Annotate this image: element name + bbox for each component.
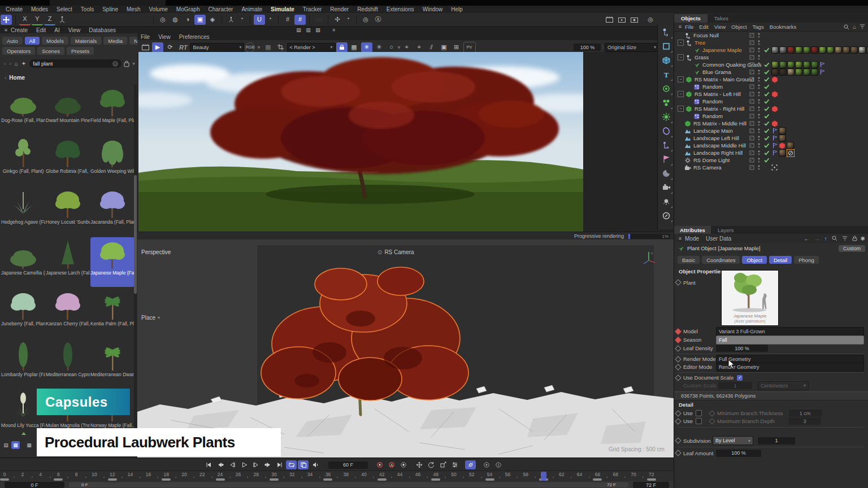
keyframe-marker[interactable] — [108, 478, 117, 481]
rv-menu-view[interactable]: View — [158, 34, 171, 40]
annotation-flag-tag[interactable] — [772, 150, 778, 156]
lock-y-axis-button[interactable]: Y — [32, 14, 43, 25]
leaf-amount-field[interactable]: 100 % — [716, 450, 761, 457]
snap-magnet-icon[interactable]: U — [254, 15, 265, 25]
layer-box-icon[interactable] — [749, 91, 754, 97]
object-row[interactable]: −RS Matrix - Left Hill — [674, 90, 868, 98]
next-keyframe-button[interactable] — [262, 460, 273, 469]
leaf-density-field[interactable]: 100 % — [716, 345, 768, 352]
snapshot-icon[interactable]: ▣ — [439, 42, 450, 53]
asset-item[interactable]: Hedgehog Agave (Fall... — [1, 186, 45, 236]
model-keyed-diamond[interactable] — [675, 328, 681, 334]
editor-mode-diamond[interactable] — [675, 364, 681, 370]
perspective-viewport[interactable]: Perspective ⊙RS Camera Place▾ x Grid Spa… — [137, 239, 674, 457]
layer-box-icon[interactable] — [749, 77, 754, 82]
object-name[interactable]: Landscape Left Hill — [693, 135, 739, 141]
menu-extensions[interactable]: Extensions — [387, 6, 414, 12]
object-row[interactable]: Random — [674, 98, 868, 105]
om-menu-bookmarks[interactable]: Bookmarks — [770, 24, 797, 30]
next-frame-button[interactable] — [250, 460, 261, 469]
material-tag[interactable] — [779, 134, 786, 142]
visibility-dots[interactable] — [757, 91, 761, 97]
playhead[interactable] — [541, 472, 546, 481]
menu-mograph[interactable]: MoGraph — [176, 6, 200, 12]
mirror-icon[interactable]: ◌◌ — [313, 15, 324, 25]
annotation-flag-tag[interactable] — [820, 69, 825, 75]
render-zoom-field[interactable]: 100 % — [574, 43, 601, 51]
menu-volume[interactable]: Volume — [149, 6, 167, 12]
redshift-tag[interactable] — [771, 91, 778, 98]
workplane-icon[interactable]: # — [282, 15, 293, 25]
camera-target-icon[interactable] — [771, 164, 778, 171]
attr-tab-object[interactable]: Object — [742, 256, 766, 264]
object-row[interactable]: Landscape Middle Hill — [674, 142, 868, 149]
preview-range-button[interactable] — [298, 460, 309, 469]
menu-simulate[interactable]: Simulate — [271, 6, 294, 12]
object-row[interactable]: −Grass — [674, 54, 868, 61]
keyframe-marker[interactable] — [647, 478, 656, 481]
menu-window[interactable]: Window — [423, 6, 443, 12]
menu-modes[interactable]: Modes — [31, 6, 48, 12]
render-in-viewport-icon[interactable] — [616, 15, 627, 25]
enabled-check-icon[interactable] — [763, 150, 770, 156]
asset-item[interactable]: Jacaranda (Fall, Plant) — [90, 186, 134, 236]
asset-bag-icon[interactable] — [123, 60, 130, 67]
asset-item[interactable]: Kentia Palm (Fall, Plant) — [90, 288, 134, 338]
region-circle-icon[interactable]: ○ — [386, 42, 397, 53]
attr-gear-icon[interactable]: ✱ — [861, 236, 865, 242]
filter-tab-media[interactable]: Media — [103, 37, 127, 45]
rgb-channel-icon[interactable]: RGB — [245, 42, 255, 53]
render-history-icon[interactable] — [140, 42, 151, 53]
material-tag[interactable] — [787, 68, 795, 76]
use-doc-scale-diamond[interactable] — [675, 374, 681, 381]
db-view-1-icon[interactable]: ▤ — [294, 26, 303, 34]
enabled-check-icon[interactable] — [763, 47, 770, 53]
enabled-check-icon[interactable] — [763, 106, 770, 112]
visibility-dots[interactable] — [757, 128, 761, 134]
visibility-dots[interactable] — [757, 106, 761, 112]
menu-redshift[interactable]: Redshift — [357, 6, 378, 12]
om-search-icon[interactable] — [844, 24, 849, 30]
edges-mode-icon[interactable]: ◑ — [182, 15, 193, 25]
render-view-icon[interactable] — [604, 15, 615, 25]
layer-box-icon[interactable] — [749, 99, 754, 104]
lock-x-axis-button[interactable]: X — [19, 14, 31, 25]
interactive-render-region-icon[interactable]: ◎ — [645, 15, 656, 25]
light-icon[interactable] — [659, 195, 673, 208]
max-branch-use-checkbox[interactable] — [696, 418, 702, 424]
model-dropdown[interactable]: Variant 3 Full-Grown — [716, 327, 864, 336]
object-row[interactable]: Random — [674, 112, 868, 120]
breadcrumb-collapse-icon[interactable]: ‹ — [5, 75, 6, 81]
attr-tab-detail[interactable]: Detail — [769, 256, 792, 264]
asset-item[interactable]: Kanzan Cherry (Fall, Pl... — [46, 288, 90, 338]
render-pass-dropdown[interactable]: Beauty▾ — [190, 43, 244, 52]
rv-menu-preferences[interactable]: Preferences — [179, 34, 210, 40]
menu-mesh[interactable]: Mesh — [127, 6, 140, 12]
previous-keyframe-button[interactable] — [215, 460, 225, 469]
visibility-dots[interactable] — [757, 113, 761, 119]
attr-tab-coordinates[interactable]: Coordinates — [702, 256, 740, 264]
keyframe-selection-button[interactable] — [398, 460, 409, 469]
record-keyframe-button[interactable] — [374, 460, 385, 469]
layer-box-icon[interactable] — [749, 150, 754, 155]
asset-item[interactable]: Juneberry (Fall, Plant) — [1, 288, 45, 338]
db-list-icon[interactable]: ≡ — [329, 26, 338, 34]
redshift-tag[interactable] — [771, 120, 778, 127]
om-menu-tags[interactable]: Tags — [753, 24, 764, 30]
layer-box-icon[interactable] — [749, 40, 754, 45]
focus-a-icon[interactable]: ⌖ — [401, 42, 413, 53]
layer-box-icon[interactable] — [749, 55, 754, 60]
lock-z-axis-button[interactable]: Z — [44, 14, 55, 25]
enabled-check-icon[interactable] — [763, 62, 770, 68]
asset-item[interactable]: Ginkgo (Fall, Plant) — [1, 136, 45, 185]
annotation-flag-tag[interactable] — [772, 142, 778, 149]
auto-select-icon[interactable]: Ⓐ — [372, 15, 384, 25]
object-row[interactable]: RS Dome Light — [674, 156, 868, 164]
redshift-tag[interactable] — [771, 76, 778, 83]
layer-box-icon[interactable] — [749, 47, 754, 53]
expand-toggle[interactable]: − — [678, 76, 684, 82]
object-name[interactable]: Landscape Right Hill — [693, 150, 743, 156]
visibility-dots[interactable] — [757, 47, 761, 53]
start-rt-render-icon[interactable]: ▶ — [152, 42, 163, 53]
view-grid-icon[interactable]: ▦ — [11, 441, 20, 449]
